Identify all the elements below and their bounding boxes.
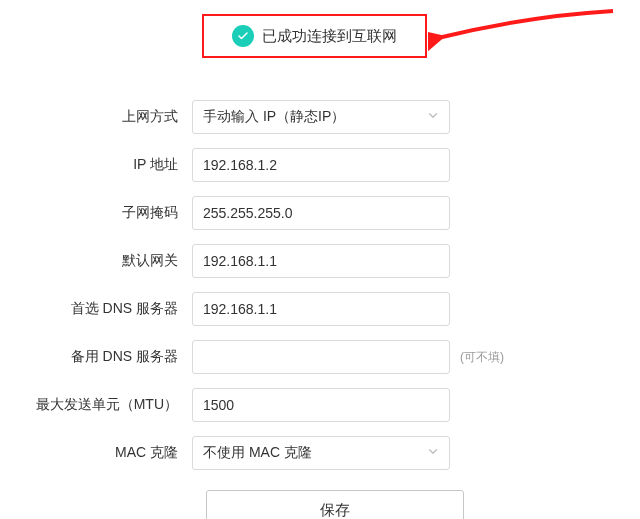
connection-mode-select[interactable]: 手动输入 IP（静态IP） <box>192 100 450 134</box>
secondary-dns-hint: (可不填) <box>460 349 504 366</box>
ip-address-input[interactable] <box>192 148 450 182</box>
subnet-mask-input[interactable] <box>192 196 450 230</box>
label-gateway: 默认网关 <box>0 252 192 270</box>
label-ip-address: IP 地址 <box>0 156 192 174</box>
default-gateway-input[interactable] <box>192 244 450 278</box>
label-subnet-mask: 子网掩码 <box>0 204 192 222</box>
label-mtu: 最大发送单元（MTU） <box>0 396 192 414</box>
primary-dns-input[interactable] <box>192 292 450 326</box>
label-connection-mode: 上网方式 <box>0 108 192 126</box>
connection-status-banner: 已成功连接到互联网 <box>202 14 427 58</box>
save-button-label: 保存 <box>320 501 350 520</box>
connection-mode-value: 手动输入 IP（静态IP） <box>203 108 345 126</box>
wan-settings-form: 上网方式 手动输入 IP（静态IP） IP 地址 子网掩码 默认网关 首选 DN… <box>0 100 640 519</box>
label-dns-primary: 首选 DNS 服务器 <box>0 300 192 318</box>
save-button[interactable]: 保存 <box>206 490 464 519</box>
label-mac-clone: MAC 克隆 <box>0 444 192 462</box>
check-circle-icon <box>232 25 254 47</box>
mtu-input[interactable] <box>192 388 450 422</box>
label-dns-secondary: 备用 DNS 服务器 <box>0 348 192 366</box>
annotation-arrow-icon <box>428 6 618 76</box>
mac-clone-select[interactable]: 不使用 MAC 克隆 <box>192 436 450 470</box>
mac-clone-value: 不使用 MAC 克隆 <box>203 444 312 462</box>
secondary-dns-input[interactable] <box>192 340 450 374</box>
connection-status-text: 已成功连接到互联网 <box>262 27 397 46</box>
